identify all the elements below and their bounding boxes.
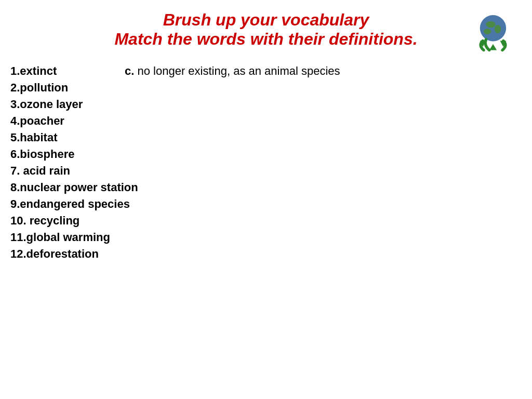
- vocab-term-8: 8.nuclear power station: [10, 181, 138, 194]
- svg-point-3: [484, 29, 491, 34]
- vocab-item-11: 11.global warming: [10, 231, 527, 244]
- recycle-globe-icon: [470, 10, 516, 57]
- vocab-item-10: 10. recycling: [10, 214, 527, 228]
- vocab-item-7: 7. acid rain: [10, 164, 527, 178]
- vocab-item-8: 8.nuclear power station: [10, 181, 527, 194]
- vocab-item-5: 5.habitat: [10, 131, 527, 144]
- vocab-term-6: 6.biosphere: [10, 148, 125, 161]
- vocab-item-3: 3.ozone layer: [10, 98, 527, 111]
- def-letter-1: c.: [125, 64, 134, 77]
- svg-point-1: [486, 21, 496, 28]
- vocab-item-4: 4.poacher: [10, 114, 527, 128]
- title-line1: Brush up your vocabulary: [5, 10, 527, 30]
- vocab-term-7: 7. acid rain: [10, 164, 125, 178]
- vocab-term-5: 5.habitat: [10, 131, 125, 144]
- page-container: Brush up your vocabulary Match the words…: [0, 0, 532, 399]
- title-line2: Match the words with their definitions.: [5, 30, 527, 49]
- vocab-term-9: 9.endangered species: [10, 197, 130, 211]
- svg-point-2: [495, 25, 501, 33]
- vocab-term-3: 3.ozone layer: [10, 98, 125, 111]
- vocab-item-1: 1.extinct c. no longer existing, as an a…: [10, 64, 527, 78]
- vocab-term-1: 1.extinct: [10, 64, 125, 78]
- vocab-definition-1: c. no longer existing, as an animal spec…: [125, 64, 340, 78]
- vocab-item-9: 9.endangered species: [10, 197, 527, 211]
- vocab-item-6: 6.biosphere: [10, 148, 527, 161]
- svg-point-0: [480, 15, 506, 41]
- vocab-term-4: 4.poacher: [10, 114, 125, 128]
- vocabulary-list: 1.extinct c. no longer existing, as an a…: [5, 64, 527, 261]
- vocab-term-10: 10. recycling: [10, 214, 125, 228]
- vocab-item-2: 2.pollution: [10, 81, 527, 95]
- vocab-item-12: 12.deforestation: [10, 247, 527, 261]
- header-section: Brush up your vocabulary Match the words…: [5, 10, 527, 49]
- vocab-term-12: 12.deforestation: [10, 247, 125, 261]
- vocab-term-11: 11.global warming: [10, 231, 125, 244]
- vocab-term-2: 2.pollution: [10, 81, 125, 95]
